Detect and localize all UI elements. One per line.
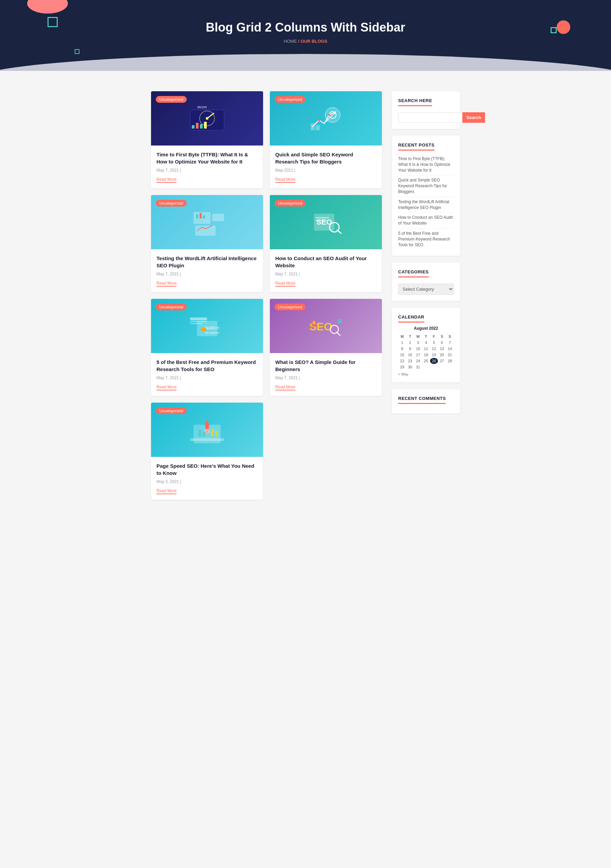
recent-post-item[interactable]: Testing the WordLift Artificial Intellig… [398,197,454,213]
calendar-cell[interactable]: 23 [406,358,414,364]
calendar-cell[interactable]: 11 [422,346,430,352]
calendar-cell[interactable]: 21 [446,352,454,358]
card-4-title: How to Conduct an SEO Audit of Your Webs… [275,255,376,269]
recent-post-item[interactable]: How to Conduct an SEO Audit of Your Webs… [398,213,454,229]
calendar-table: MTWTFSS123456789101112131415161718192021… [398,333,454,370]
calendar-month: August 2022 [398,326,454,331]
svg-rect-21 [203,215,205,219]
calendar-cell[interactable]: 27 [438,358,446,364]
calendar-cell[interactable]: 4 [422,339,430,346]
blog-card-4: SEO Uncategorized How to Conduct an SEO … [270,195,382,292]
svg-rect-31 [190,323,202,324]
calendar-cell[interactable]: 9 [406,346,414,352]
breadcrumb-home[interactable]: HOME [284,39,297,44]
calendar-cell[interactable]: 18 [422,352,430,358]
card-3-read-more[interactable]: Read More [157,281,177,287]
calendar-cell [422,364,430,370]
card-6-title: What is SEO? A Simple Guide for Beginner… [275,358,376,373]
calendar-cell[interactable]: 6 [438,339,446,346]
calendar-cell[interactable]: 28 [446,358,454,364]
calendar-cell[interactable]: 20 [438,352,446,358]
svg-rect-4 [196,123,199,129]
calendar-header: S [438,333,446,339]
calendar-cell[interactable]: 29 [398,364,406,370]
calendar-header: S [446,333,454,339]
categories-widget: CATEGORIES Select CategoryUncategorizedS… [392,262,460,301]
card-7-image: Uncategorized [151,403,263,457]
search-form: Search [398,112,454,123]
calendar-cell[interactable]: 2 [406,339,414,346]
categories-title: CATEGORIES [398,269,429,277]
card-6-meta: May 7, 2021 | [275,375,376,380]
blog-card-7: Uncategorized Page Speed SEO: Here's Wha… [151,403,263,500]
card-2-read-more[interactable]: Read More [275,177,295,183]
recent-post-item[interactable]: Quick and Simple SEO Keyword Research Ti… [398,175,454,197]
card-5-read-more[interactable]: Read More [157,384,177,391]
calendar-cell[interactable]: 19 [430,352,438,358]
calendar-cell[interactable]: 25 [422,358,430,364]
search-input[interactable] [398,112,462,123]
card-4-read-more[interactable]: Read More [275,281,295,287]
calendar-header: W [414,333,422,339]
calendar-header: T [422,333,430,339]
calendar-widget: CALENDAR August 2022 MTWTFSS123456789101… [392,308,460,382]
search-widget-title: SEARCH HERE [398,98,432,106]
svg-point-12 [318,119,320,121]
card-3-meta: May 7, 2021 | [157,272,258,276]
blog-grid: 96/100 Uncategorized Time to First Byte … [151,91,382,500]
card-2-image: Uncategorized [270,91,382,146]
calendar-cell[interactable]: 24 [414,358,422,364]
calendar-nav[interactable]: « May [398,372,454,376]
calendar-cell[interactable]: 12 [430,346,438,352]
calendar-cell[interactable]: 30 [406,364,414,370]
card-3-body: Testing the WordLift Artificial Intellig… [151,249,263,292]
svg-rect-20 [200,213,202,219]
card-6-read-more[interactable]: Read More [275,384,295,391]
card-5-badge: Uncategorized [156,304,187,310]
card-7-title: Page Speed SEO: Here's What You Need to … [157,462,258,477]
card-1-read-more[interactable]: Read More [157,177,177,183]
svg-rect-15 [316,125,320,130]
calendar-cell[interactable]: 17 [414,352,422,358]
calendar-cell[interactable]: 3 [414,339,422,346]
calendar-cell[interactable]: 15 [398,352,406,358]
calendar-header: M [398,333,406,339]
card-1-title: Time to First Byte (TTFB): What It Is & … [157,151,258,165]
calendar-cell[interactable]: 13 [438,346,446,352]
search-button[interactable]: Search [462,112,485,123]
calendar-cell[interactable]: 10 [414,346,422,352]
calendar-cell[interactable]: 31 [414,364,422,370]
calendar-cell[interactable]: 14 [446,346,454,352]
calendar-cell [446,364,454,370]
calendar-cell[interactable]: 26 [430,358,438,364]
svg-rect-19 [196,214,198,219]
card-7-read-more[interactable]: Read More [157,488,177,494]
calendar-header: T [406,333,414,339]
svg-rect-27 [316,220,326,221]
calendar-cell[interactable]: 7 [446,339,454,346]
svg-rect-17 [195,226,216,236]
blog-card-2: Uncategorized Quick and Simple SEO Keywo… [270,91,382,188]
blog-card-1: 96/100 Uncategorized Time to First Byte … [151,91,263,188]
breadcrumb-sep: / [298,39,299,44]
card-5-body: 5 of the Best Free and Premium Keyword R… [151,353,263,396]
calendar-cell[interactable]: 1 [398,339,406,346]
blog-card-5: SEARCH KEYWORD Uncategorized 5 of the Be… [151,299,263,396]
category-select[interactable]: Select CategoryUncategorizedSEOBlogging [398,284,454,295]
svg-rect-16 [193,212,210,224]
calendar-cell[interactable]: 16 [406,352,414,358]
calendar-cell[interactable]: 5 [430,339,438,346]
recent-comments-title: RECENT COMMENTS [398,396,446,404]
page-title: Blog Grid 2 Columns With Sidebar [7,20,604,35]
recent-comments-widget: RECENT COMMENTS [392,389,460,414]
calendar-title: CALENDAR [398,315,424,322]
recent-post-item[interactable]: 5 of the Best Free and Premium Keyword R… [398,229,454,250]
calendar-cell[interactable]: 8 [398,346,406,352]
card-3-badge: Uncategorized [156,200,187,206]
card-4-body: How to Conduct an SEO Audit of Your Webs… [270,249,382,292]
card-5-title: 5 of the Best Free and Premium Keyword R… [157,358,258,373]
recent-post-item[interactable]: Time to First Byte (TTFB): What It Is & … [398,154,454,175]
svg-line-36 [337,332,340,335]
calendar-cell[interactable]: 22 [398,358,406,364]
card-1-image: 96/100 Uncategorized [151,91,263,146]
